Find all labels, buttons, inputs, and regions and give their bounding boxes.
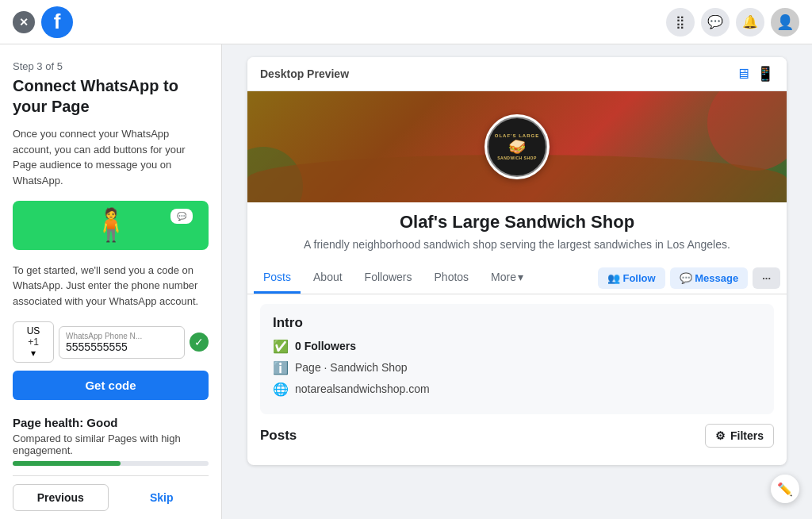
grid-icon[interactable]: ⣿ <box>666 8 695 37</box>
logo-inner: OLAF'S LARGE 🥪 SANDWICH SHOP <box>487 117 547 177</box>
page-action-buttons: 👥 Follow 💬 Message ··· <box>598 267 780 289</box>
health-bar-fill <box>13 461 121 466</box>
intro-followers-item: ✅ 0 Followers <box>273 339 761 354</box>
page-category: Page · Sandwich Shop <box>295 361 408 374</box>
preview-header: Desktop Preview 🖥 📱 <box>247 57 787 91</box>
intro-website-item: 🌐 notarealsandwichshop.com <box>273 382 761 397</box>
more-actions-button[interactable]: ··· <box>753 267 780 289</box>
edit-fab-button[interactable]: ✏️ <box>771 475 799 503</box>
country-select[interactable]: US +1 ▾ <box>13 321 54 363</box>
info-icon: ℹ️ <box>273 360 289 375</box>
page-body: Intro ✅ 0 Followers ℹ️ Page · Sandwich S… <box>247 294 787 465</box>
notifications-icon[interactable]: 🔔 <box>736 8 764 37</box>
skip-button[interactable]: Skip <box>115 484 209 511</box>
tab-followers[interactable]: Followers <box>355 263 422 294</box>
top-navigation: ✕ f ⣿ 💬 🔔 👤 <box>0 0 812 44</box>
main-area: Step 3 of 5 Connect WhatsApp to your Pag… <box>0 44 812 519</box>
illustration-bubble: 💬 <box>170 209 193 224</box>
logo-text-bottom: SANDWICH SHOP <box>497 156 537 160</box>
sandwich-icon: 🥪 <box>508 138 526 156</box>
more-label: More <box>491 271 516 283</box>
page-name: Olaf's Large Sandwich Shop <box>260 212 774 233</box>
intro-title: Intro <box>273 315 761 331</box>
website-url: notarealsandwichshop.com <box>295 383 430 395</box>
preview-card: Desktop Preview 🖥 📱 OLAF'S LARGE 🥪 SANDW… <box>247 57 787 465</box>
checkmark-icon: ✓ <box>190 333 209 352</box>
cover-circle-1 <box>707 91 787 171</box>
filters-label: Filters <box>730 429 764 442</box>
page-tabs: Posts About Followers Photos More ▾ 👥 Fo… <box>247 263 787 294</box>
page-tagline: A friendly neighborhood sandwich shop se… <box>260 237 774 253</box>
step-label: Step 3 of 5 <box>13 60 209 72</box>
country-code: +1 <box>28 336 39 348</box>
tab-more[interactable]: More ▾ <box>481 263 533 294</box>
phone-input-row: US +1 ▾ WhatsApp Phone N... 5555555555 ✓ <box>13 321 209 363</box>
preview-title: Desktop Preview <box>260 67 349 80</box>
page-logo-badge: OLAF'S LARGE 🥪 SANDWICH SHOP <box>485 114 550 179</box>
avatar[interactable]: 👤 <box>771 8 799 37</box>
country-code-label: US <box>27 325 40 336</box>
connect-description: To get started, we'll send you a code on… <box>13 263 209 309</box>
right-panel: Desktop Preview 🖥 📱 OLAF'S LARGE 🥪 SANDW… <box>222 44 812 519</box>
step-description: Once you connect your WhatsApp account, … <box>13 126 209 188</box>
page-info: Olaf's Large Sandwich Shop A friendly ne… <box>247 202 787 253</box>
whatsapp-illustration: 🧍 💬 <box>13 201 209 250</box>
desktop-icon[interactable]: 🖥 <box>736 66 750 83</box>
message-button[interactable]: 💬 Message <box>670 267 749 289</box>
follow-button[interactable]: 👥 Follow <box>598 267 665 289</box>
previous-button[interactable]: Previous <box>13 484 109 511</box>
step-title: Connect WhatsApp to your Page <box>13 75 209 117</box>
health-bar-background <box>13 461 209 466</box>
tab-about[interactable]: About <box>304 263 352 294</box>
posts-title: Posts <box>260 428 297 444</box>
preview-icons: 🖥 📱 <box>736 65 774 83</box>
facebook-logo: f <box>41 6 73 38</box>
globe-icon: 🌐 <box>273 382 289 397</box>
followers-count: 0 Followers <box>295 340 356 352</box>
left-panel: Step 3 of 5 Connect WhatsApp to your Pag… <box>0 44 222 519</box>
intro-category-item: ℹ️ Page · Sandwich Shop <box>273 360 761 375</box>
top-nav-right: ⣿ 💬 🔔 👤 <box>666 8 799 37</box>
tab-photos[interactable]: Photos <box>425 263 479 294</box>
phone-input-value: 5555555555 <box>66 340 178 353</box>
filters-button[interactable]: ⚙ Filters <box>705 424 774 448</box>
phone-input-wrap[interactable]: WhatsApp Phone N... 5555555555 <box>59 326 185 359</box>
page-cover-photo: OLAF'S LARGE 🥪 SANDWICH SHOP <box>247 91 787 202</box>
illustration-person: 🧍 <box>91 206 131 244</box>
mobile-icon[interactable]: 📱 <box>756 65 774 83</box>
chevron-down-icon: ▾ <box>31 348 36 359</box>
followers-icon: ✅ <box>273 339 289 354</box>
close-icon[interactable]: ✕ <box>13 11 35 33</box>
posts-header: Posts ⚙ Filters <box>260 424 774 448</box>
posts-section: Posts ⚙ Filters <box>260 424 774 448</box>
page-health-title: Page health: Good <box>13 416 209 429</box>
left-bottom-navigation: Previous Skip <box>13 475 209 519</box>
phone-input-label: WhatsApp Phone N... <box>66 332 178 340</box>
get-code-button[interactable]: Get code <box>13 371 209 400</box>
filters-icon: ⚙ <box>715 429 726 442</box>
tab-posts[interactable]: Posts <box>254 263 301 294</box>
page-health-section: Page health: Good Compared to similar Pa… <box>13 416 209 466</box>
more-chevron-icon: ▾ <box>518 271 523 283</box>
messenger-icon[interactable]: 💬 <box>701 8 730 37</box>
top-nav-left: ✕ f <box>13 6 73 38</box>
page-health-description: Compared to similar Pages with high enga… <box>13 432 209 456</box>
intro-section: Intro ✅ 0 Followers ℹ️ Page · Sandwich S… <box>260 304 774 414</box>
